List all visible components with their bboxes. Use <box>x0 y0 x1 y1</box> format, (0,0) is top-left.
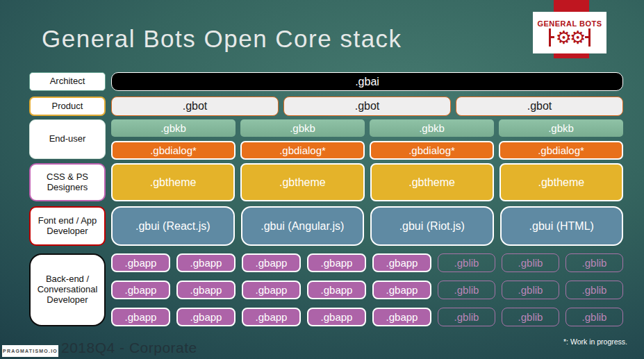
row-gbdialog: .gbdialog* .gbdialog* .gbdialog* .gbdial… <box>111 141 623 160</box>
stack-box-gbkb: .gbkb <box>499 119 623 137</box>
row-gbtheme: .gbtheme .gbtheme .gbtheme .gbtheme <box>111 163 623 201</box>
stack-box-gbkb: .gbkb <box>240 119 365 137</box>
role-label-frontend-developer: Font end / App Developer <box>29 206 106 246</box>
stack-box-gbdialog: .gbdialog* <box>240 141 365 160</box>
stack-box-gbtheme: .gbtheme <box>499 163 623 201</box>
stack-box-gbapp: .gbapp <box>111 308 170 326</box>
stack-box-gbui-angular: .gbui (Angular.js) <box>241 206 365 246</box>
pragmatismo-watermark: PRAGMATISMO.IO <box>2 345 58 357</box>
row-gbkb: .gbkb .gbkb .gbkb .gbkb <box>111 119 623 137</box>
general-bots-logo: GENERAL BOTS ⚙⚙ <box>533 12 606 53</box>
stack-box-gbot: .gbot <box>456 97 623 116</box>
stack-box-gbapp: .gbapp <box>372 253 431 272</box>
stack-box-gbkb: .gbkb <box>111 119 236 137</box>
gear-glyphs-icon: ⚙⚙ <box>554 28 586 47</box>
stack-box-gblib: .gblib <box>502 253 559 272</box>
stack-box-gblib: .gblib <box>502 281 559 299</box>
page-title: General Bots Open Core stack <box>42 25 402 53</box>
role-label-designers: CSS & PS Designers <box>29 163 106 201</box>
row-gbapp-gblib-3: .gbapp .gbapp .gbapp .gbapp .gbapp .gbli… <box>111 308 623 326</box>
row-gbapp-gblib-1: .gbapp .gbapp .gbapp .gbapp .gbapp .gbli… <box>111 253 623 272</box>
work-in-progress-note: *: Work in progress. <box>563 337 627 346</box>
stack-box-gbapp: .gbapp <box>307 281 366 299</box>
role-label-end-user: End-user <box>29 119 106 159</box>
stack-box-gbui-react: .gbui (React.js) <box>111 206 235 246</box>
role-label-product: Product <box>29 97 106 116</box>
stack-box-gbui-html: .gbui (HTML) <box>500 206 624 246</box>
stack-box-gblib: .gblib <box>438 308 495 326</box>
edition-text: 2018Q4 - Corporate <box>61 340 197 356</box>
row-gbai: .gbai <box>111 72 623 91</box>
stack-box-gbai: .gbai <box>111 72 623 91</box>
stack-box-gbapp: .gbapp <box>307 253 366 272</box>
stack-box-gblib: .gblib <box>438 253 495 272</box>
stack-box-gblib: .gblib <box>565 281 623 299</box>
stack-box-gbdialog: .gbdialog* <box>499 141 623 160</box>
stack-box-gblib: .gblib <box>502 308 559 326</box>
stack-box-gbtheme: .gbtheme <box>240 163 364 201</box>
stack-box-gbapp: .gbapp <box>176 281 236 299</box>
gears-icon: ⚙⚙ <box>549 28 591 47</box>
stack-box-gbapp: .gbapp <box>242 281 301 299</box>
stack-box-gbapp: .gbapp <box>176 308 236 326</box>
stack-box-gbdialog: .gbdialog* <box>111 141 236 160</box>
stack-box-gbdialog: .gbdialog* <box>370 141 494 160</box>
row-gbapp-gblib-2: .gbapp .gbapp .gbapp .gbapp .gbapp .gbli… <box>111 281 623 299</box>
stack-box-gbot: .gbot <box>283 97 451 116</box>
role-label-backend-developer: Back-end / Conversational Developer <box>29 253 106 326</box>
stack-box-gbapp: .gbapp <box>242 253 301 272</box>
stack-box-gbapp: .gbapp <box>176 253 236 272</box>
stack-box-gbapp: .gbapp <box>111 281 170 299</box>
stack-box-gbapp: .gbapp <box>111 253 170 272</box>
row-gbot: .gbot .gbot .gbot <box>111 97 623 116</box>
stack-box-gblib: .gblib <box>565 253 623 272</box>
slide: General Bots Open Core stack GENERAL BOT… <box>0 0 644 359</box>
stack-box-gbtheme: .gbtheme <box>111 163 235 201</box>
stack-box-gbkb: .gbkb <box>370 119 494 137</box>
stack-box-gbtheme: .gbtheme <box>370 163 494 201</box>
stack-box-gbot: .gbot <box>111 97 279 116</box>
role-label-architect: Architect <box>29 72 106 91</box>
stack-box-gbapp: .gbapp <box>242 308 301 326</box>
stack-box-gbapp: .gbapp <box>372 281 431 299</box>
logo-brand-text: GENERAL BOTS <box>537 19 602 28</box>
row-gbui: .gbui (React.js) .gbui (Angular.js) .gbu… <box>111 206 623 246</box>
gear-bar-right-icon <box>588 28 591 47</box>
stack-box-gbapp: .gbapp <box>307 308 366 326</box>
stack-box-gblib: .gblib <box>438 281 495 299</box>
stack-box-gbapp: .gbapp <box>372 308 431 326</box>
stack-box-gbui-riot: .gbui (Riot.js) <box>370 206 494 246</box>
stack-box-gblib: .gblib <box>565 308 623 326</box>
